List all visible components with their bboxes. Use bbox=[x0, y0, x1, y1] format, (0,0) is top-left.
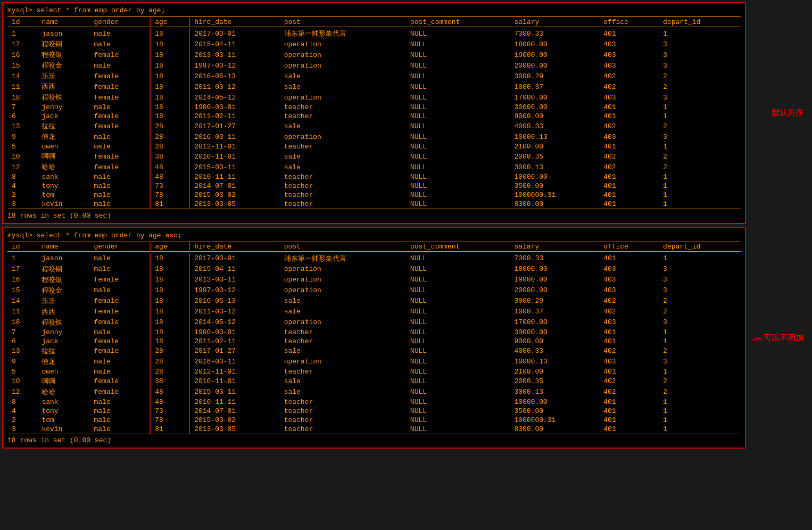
cell-post: sale bbox=[280, 81, 406, 92]
cell-age: 73 bbox=[150, 181, 189, 191]
rows-count: 18 rows in set (0.00 sec) bbox=[7, 436, 741, 444]
cell-office: 403 bbox=[599, 285, 659, 296]
cell-post: teacher bbox=[280, 328, 406, 337]
cell-office: 402 bbox=[599, 162, 659, 172]
cell-depart_id: 2 bbox=[659, 162, 741, 172]
cell-hire_date: 2011-02-11 bbox=[189, 112, 279, 121]
cell-office: 401 bbox=[599, 142, 659, 151]
cell-post: teacher bbox=[280, 367, 406, 376]
cell-gender: male bbox=[90, 60, 151, 71]
cell-gender: male bbox=[90, 397, 151, 407]
cell-post_comment: NULL bbox=[406, 131, 510, 142]
table-row: 9僧龙male282016-03-11operationNULL10000.13… bbox=[7, 357, 741, 367]
cell-age: 18 bbox=[150, 92, 189, 103]
cell-depart_id: 1 bbox=[659, 253, 741, 264]
cell-age: 28 bbox=[150, 357, 189, 367]
cell-gender: male bbox=[90, 367, 151, 376]
cell-age: 78 bbox=[150, 191, 189, 200]
col-header-name: name bbox=[37, 242, 89, 252]
cell-age: 18 bbox=[150, 112, 189, 121]
cell-depart_id: 3 bbox=[659, 285, 741, 296]
cell-depart_id: 3 bbox=[659, 357, 741, 367]
cell-id: 15 bbox=[7, 285, 37, 296]
cell-age: 18 bbox=[150, 337, 189, 346]
cell-age: 18 bbox=[150, 103, 189, 112]
annotation: asc可以不用加 bbox=[753, 333, 803, 343]
table-row: 5owenmale282012-11-01teacherNULL2100.004… bbox=[7, 142, 741, 151]
cell-age: 81 bbox=[150, 200, 189, 209]
cell-gender: male bbox=[90, 103, 151, 112]
cell-post: sale bbox=[280, 346, 406, 357]
cell-depart_id: 2 bbox=[659, 376, 741, 387]
cell-salary: 20000.00 bbox=[510, 285, 599, 296]
result-table: idnamegenderagehire_datepostpost_comment… bbox=[7, 242, 741, 435]
cell-id: 5 bbox=[7, 367, 37, 376]
cell-name: kevin bbox=[37, 425, 89, 434]
table-row: 12哈哈female482015-03-11saleNULL3000.13402… bbox=[7, 387, 741, 397]
cell-post: teacher bbox=[280, 397, 406, 407]
cell-salary: 7300.33 bbox=[510, 28, 599, 39]
cell-salary: 9000.00 bbox=[510, 337, 599, 346]
cell-name: tom bbox=[37, 191, 89, 200]
table-row: 6jackfemale182011-02-11teacherNULL9000.0… bbox=[7, 112, 741, 121]
cell-age: 73 bbox=[150, 407, 189, 416]
prompt-line: mysql> select * from emp order by age as… bbox=[7, 231, 741, 239]
cell-post_comment: NULL bbox=[406, 376, 510, 387]
cell-post: sale bbox=[280, 387, 406, 397]
table-row: 14乐乐female182016-05-13saleNULL3000.29402… bbox=[7, 71, 741, 81]
col-header-id: id bbox=[7, 242, 37, 252]
cell-post_comment: NULL bbox=[406, 317, 510, 328]
cell-age: 48 bbox=[150, 172, 189, 181]
cell-name: tony bbox=[37, 181, 89, 191]
cell-age: 18 bbox=[150, 60, 189, 71]
cell-age: 18 bbox=[150, 275, 189, 285]
cell-salary: 8300.00 bbox=[510, 200, 599, 209]
cell-salary: 1000.37 bbox=[510, 307, 599, 317]
result-table: idnamegenderagehire_datepostpost_comment… bbox=[7, 16, 741, 210]
cell-salary: 1000.37 bbox=[510, 81, 599, 92]
cell-age: 18 bbox=[150, 39, 189, 49]
cell-post: teacher bbox=[280, 103, 406, 112]
cell-office: 401 bbox=[599, 28, 659, 39]
cell-hire_date: 2014-07-01 bbox=[189, 407, 279, 416]
cell-hire_date: 2017-03-01 bbox=[189, 28, 279, 39]
cell-id: 18 bbox=[7, 317, 37, 328]
cell-id: 12 bbox=[7, 387, 37, 397]
cell-hire_date: 2010-11-11 bbox=[189, 172, 279, 181]
cell-depart_id: 2 bbox=[659, 121, 741, 131]
cell-post_comment: NULL bbox=[406, 172, 510, 181]
table-row: 15程咬金male181997-03-12operationNULL20000.… bbox=[7, 285, 741, 296]
cell-id: 6 bbox=[7, 337, 37, 346]
cell-name: sank bbox=[37, 172, 89, 181]
cell-gender: female bbox=[90, 49, 151, 60]
cell-hire_date: 2017-01-27 bbox=[189, 346, 279, 357]
table-row: 17程咬铜male182015-04-11operationNULL18000.… bbox=[7, 264, 741, 275]
table-row: 15程咬金male181997-03-12operationNULL20000.… bbox=[7, 60, 741, 71]
cell-depart_id: 1 bbox=[659, 337, 741, 346]
table-row: 1jasonmale182017-03-01浦东第一帅形象代言NULL7300.… bbox=[7, 253, 741, 264]
cell-hire_date: 2013-03-05 bbox=[189, 200, 279, 209]
cell-id: 2 bbox=[7, 191, 37, 200]
cell-office: 403 bbox=[599, 49, 659, 60]
cell-post_comment: NULL bbox=[406, 296, 510, 307]
cell-post: operation bbox=[280, 131, 406, 142]
cell-salary: 2100.00 bbox=[510, 142, 599, 151]
cell-post: sale bbox=[280, 71, 406, 81]
cell-gender: female bbox=[90, 121, 151, 131]
cell-hire_date: 2011-03-12 bbox=[189, 81, 279, 92]
cell-depart_id: 3 bbox=[659, 39, 741, 49]
cell-age: 28 bbox=[150, 131, 189, 142]
col-header-hire_date: hire_date bbox=[189, 242, 279, 252]
cell-office: 402 bbox=[599, 71, 659, 81]
cell-salary: 7300.33 bbox=[510, 253, 599, 264]
cell-post_comment: NULL bbox=[406, 264, 510, 275]
table-row: 13拉拉female282017-01-27saleNULL4000.33402… bbox=[7, 121, 741, 131]
cell-post_comment: NULL bbox=[406, 162, 510, 172]
cell-office: 401 bbox=[599, 328, 659, 337]
cell-post_comment: NULL bbox=[406, 407, 510, 416]
cell-post_comment: NULL bbox=[406, 28, 510, 39]
table-row: 1jasonmale182017-03-01浦东第一帅形象代言NULL7300.… bbox=[7, 28, 741, 39]
cell-hire_date: 2015-03-02 bbox=[189, 191, 279, 200]
cell-name: owen bbox=[37, 142, 89, 151]
main-container: mysql> select * from emp order by age;id… bbox=[2, 2, 810, 449]
